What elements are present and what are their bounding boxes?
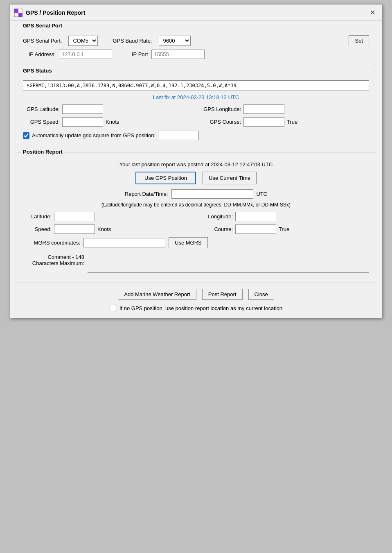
svg-rect-1 (18, 13, 23, 17)
position-report-section: Position Report Your last position repor… (17, 152, 375, 283)
svg-rect-2 (18, 9, 23, 13)
report-datetime-row: Report Date/Time: 2024/03/23 13:18:03 UT… (23, 189, 369, 199)
port-label: GPS Serial Port: (23, 38, 62, 44)
auto-update-row: Automatically update grid square from GP… (23, 131, 369, 140)
pos-knots-label: Knots (97, 226, 111, 232)
use-mgrs-button[interactable]: Use MGRS (169, 237, 208, 248)
gps-latitude-input[interactable]: 39-36.18N (62, 104, 103, 114)
window-title: GPS / Position Report (26, 9, 85, 16)
mgrs-row: MGRS coordinates: 16SEJ7882784098 Use MG… (23, 237, 369, 248)
pos-course-group: Course: 128 True (196, 224, 369, 234)
gps-speed-input[interactable]: 0.40 (62, 117, 103, 127)
com-port-select[interactable]: COM5 COM1 COM2 COM3 COM4 COM6 (68, 36, 98, 46)
no-gps-label: If no GPS position, use position report … (119, 305, 282, 311)
add-marine-weather-button[interactable]: Add Marine Weather Report (118, 289, 196, 300)
grid-square-input[interactable]: EM69XO (158, 131, 199, 140)
gps-course-group: GPS Course: 192 True (196, 117, 369, 127)
title-bar: GPS / Position Report ✕ (10, 5, 382, 21)
close-window-button[interactable]: ✕ (367, 8, 378, 17)
gps-status-section: GPS Status $GPRMC,131813.00,A,3936.1789,… (17, 71, 375, 146)
content-area: GPS Serial Port GPS Serial Port: COM5 CO… (10, 21, 382, 318)
gps-status-label: GPS Status (21, 68, 54, 74)
baud-rate-label: GPS Baud Rate: (113, 38, 152, 44)
comment-area: Comment - 148 Characters Maximum: (23, 252, 369, 273)
report-datetime-label: Report Date/Time: (125, 191, 168, 197)
report-datetime-input[interactable]: 2024/03/23 13:18:03 (171, 189, 253, 199)
position-coords-grid: Latitude: 39-36.18N Longitude: 086-04.91… (23, 212, 369, 234)
ip-address-label: IP Address: (23, 51, 56, 57)
use-current-time-button[interactable]: Use Current Time (203, 172, 257, 184)
main-window: GPS / Position Report ✕ GPS Serial Port … (10, 4, 382, 318)
gps-serial-port-section: GPS Serial Port GPS Serial Port: COM5 CO… (17, 26, 375, 65)
baud-rate-select[interactable]: 9600 1200 2400 4800 19200 38400 57600 11… (159, 36, 191, 46)
pos-latitude-input[interactable]: 39-36.18N (54, 212, 95, 221)
gps-course-input[interactable]: 192 (243, 117, 284, 127)
serial-port-row: GPS Serial Port: COM5 COM1 COM2 COM3 COM… (23, 31, 369, 46)
pos-true-label: True (279, 226, 289, 232)
gps-longitude-input[interactable]: 086-04.91W (243, 104, 284, 114)
gps-serial-port-label: GPS Serial Port (21, 23, 64, 29)
hint-text: (Latitude/longitude may be entered as de… (23, 202, 369, 208)
pos-longitude-input[interactable]: 086-04.91W (235, 212, 276, 221)
gps-true-label: True (287, 119, 297, 125)
use-gps-position-button[interactable]: Use GPS Position (135, 172, 196, 184)
set-button[interactable]: Set (349, 35, 369, 46)
ip-port-label: IP Port (132, 51, 148, 57)
pos-speed-group: Speed: 0.0 Knots (23, 224, 196, 234)
pos-speed-label: Speed: (23, 226, 52, 232)
ip-port-input[interactable] (151, 50, 205, 59)
svg-rect-0 (14, 9, 18, 13)
last-posted-text: Your last position report was posted at … (23, 161, 369, 168)
close-dialog-button[interactable]: Close (248, 289, 274, 300)
pos-course-label: Course: (196, 226, 233, 232)
title-bar-left: GPS / Position Report (14, 9, 85, 17)
no-gps-checkbox[interactable] (110, 305, 116, 311)
no-gps-row: If no GPS position, use position report … (17, 305, 375, 311)
gps-longitude-group: GPS Longitude: 086-04.91W (196, 104, 369, 114)
mgrs-label: MGRS coordinates: (23, 240, 80, 246)
gps-longitude-label: GPS Longitude: (196, 106, 241, 112)
gps-course-label: GPS Course: (196, 119, 241, 125)
pos-course-input[interactable]: 128 (235, 224, 276, 234)
app-icon (14, 9, 23, 17)
auto-update-checkbox[interactable] (23, 132, 29, 139)
pos-longitude-group: Longitude: 086-04.91W (196, 212, 369, 221)
post-report-button[interactable]: Post Report (202, 289, 243, 300)
gps-latitude-group: GPS Latitude: 39-36.18N (23, 104, 196, 114)
gps-fix-text: Last fix at 2024-03-23 13:18:13 UTC (23, 94, 369, 100)
ip-address-row: IP Address: IP Port (23, 50, 369, 59)
mgrs-input[interactable]: 16SEJ7882784098 (83, 238, 165, 247)
bottom-button-row: Add Marine Weather Report Post Report Cl… (17, 289, 375, 300)
gps-speed-group: GPS Speed: 0.40 Knots (23, 117, 196, 127)
comment-label: Comment - 148 Characters Maximum: (23, 252, 84, 266)
pos-speed-input[interactable]: 0.0 (54, 224, 95, 234)
pos-latitude-group: Latitude: 39-36.18N (23, 212, 196, 221)
svg-rect-3 (14, 13, 18, 17)
pos-latitude-label: Latitude: (23, 213, 52, 220)
gps-speed-label: GPS Speed: (23, 119, 60, 125)
gps-knots-label: Knots (106, 119, 119, 125)
pos-longitude-label: Longitude: (196, 213, 233, 220)
utc-label: UTC (257, 191, 268, 197)
gps-raw-string: $GPRMC,131813.00,A,3936.1789,N,08604.907… (23, 80, 369, 91)
gps-time-button-row: Use GPS Position Use Current Time (23, 172, 369, 184)
comment-textarea[interactable] (88, 252, 369, 273)
ip-address-input[interactable] (59, 50, 112, 59)
gps-latitude-label: GPS Latitude: (23, 106, 60, 112)
position-report-label: Position Report (21, 149, 64, 155)
auto-update-label: Automatically update grid square from GP… (32, 132, 155, 138)
gps-coords-grid: GPS Latitude: 39-36.18N GPS Longitude: 0… (23, 104, 369, 127)
